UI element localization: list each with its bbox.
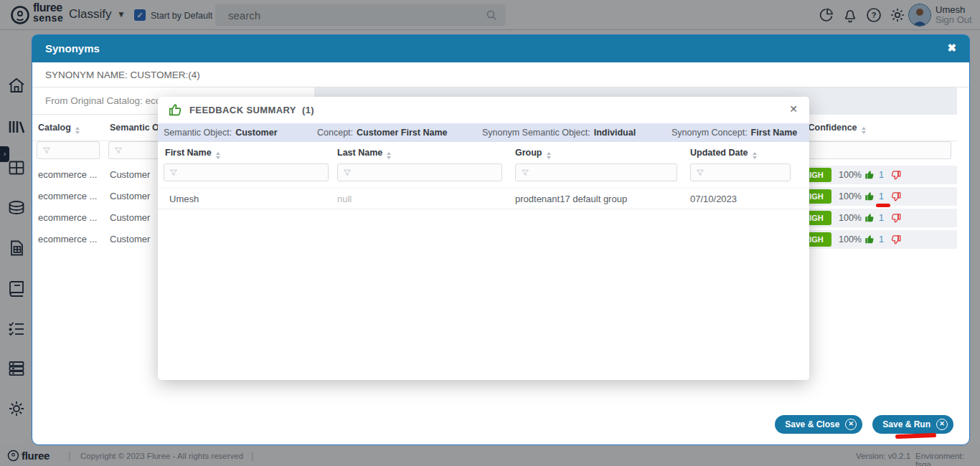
last-name-filter-field[interactable] — [352, 168, 447, 178]
meta-synonym-semantic-object: Synonym Semantic Object:Individual — [482, 128, 636, 138]
semantic-object-cell: Customer — [110, 234, 150, 244]
thumbs-up-icon[interactable] — [864, 169, 875, 180]
catalog-cell: ecommerce ... — [38, 169, 97, 180]
group-filter-input[interactable] — [515, 163, 677, 181]
catalog-cell: ecommerce ... — [38, 191, 97, 201]
sort-icon[interactable] — [75, 127, 80, 134]
feedback-filter-row — [158, 163, 809, 186]
thumbs-down-icon[interactable] — [890, 234, 901, 245]
feedback-summary-modal: FEEDBACK SUMMARY(1) ✕ Semantic Object:Cu… — [158, 97, 809, 380]
feedback-close-icon[interactable]: ✕ — [789, 103, 798, 115]
first-name-filter-field[interactable] — [178, 168, 273, 178]
close-x-icon[interactable]: ✕ — [936, 419, 948, 430]
thumbs-up-count[interactable]: 1 — [879, 213, 884, 223]
semantic-object-cell: Customer — [110, 169, 150, 180]
modal-footer-buttons: Save & Close ✕ Save & Run ✕ — [775, 415, 953, 434]
updated-date-column-header: Updated Date — [690, 148, 757, 159]
group-filter-field[interactable] — [529, 168, 623, 178]
catalog-filter-field[interactable] — [51, 146, 85, 156]
meta-concept: Concept:Customer First Name — [317, 128, 447, 138]
save-run-button[interactable]: Save & Run ✕ — [872, 415, 953, 434]
feedback-count: (1) — [302, 105, 314, 115]
thumbs-down-icon[interactable] — [890, 170, 901, 181]
synonyms-modal-header: Synonyms ✖ — [32, 35, 969, 62]
confidence-percent: 100% — [839, 170, 862, 180]
feedback-modal-header: FEEDBACK SUMMARY(1) ✕ — [158, 97, 809, 123]
meta-synonym-concept: Synonym Concept:First Name — [672, 128, 797, 138]
last-name-filter-input[interactable] — [337, 163, 502, 181]
thumbs-down-icon[interactable] — [890, 191, 901, 202]
synonym-name-row: SYNONYM NAME: CUSTOMER:(4) — [32, 62, 969, 87]
catalog-column-header: Catalog — [38, 123, 80, 134]
save-close-button[interactable]: Save & Close ✕ — [775, 415, 862, 434]
feedback-meta-bar: Semantic Object:Customer Concept:Custome… — [158, 123, 809, 142]
sort-icon[interactable] — [862, 127, 866, 134]
catalog-cell: ecommerce ... — [38, 212, 97, 223]
first-name-cell: Umesh — [169, 194, 199, 204]
confidence-percent: 100% — [839, 213, 862, 223]
thumbs-up-count[interactable]: 1 — [879, 191, 884, 201]
updated-date-filter-input[interactable] — [690, 163, 791, 181]
confidence-percent: 100% — [839, 191, 862, 201]
close-x-icon[interactable]: ✕ — [845, 419, 857, 430]
last-name-cell: null — [337, 194, 352, 204]
feedback-modal-title: FEEDBACK SUMMARY(1) — [189, 105, 314, 115]
save-run-label: Save & Run — [882, 419, 930, 429]
first-name-column-header: First Name — [165, 148, 220, 159]
feedback-table-header: First Name Last Name Group Updated Date — [158, 142, 809, 163]
semantic-object-filter-field[interactable] — [123, 146, 156, 156]
synonyms-close-icon[interactable]: ✖ — [947, 42, 956, 54]
catalog-filter-input[interactable] — [37, 141, 100, 159]
sort-icon[interactable] — [216, 152, 220, 159]
sort-icon[interactable] — [753, 152, 757, 159]
semantic-object-cell: Customer — [110, 191, 150, 201]
thumbs-up-count[interactable]: 1 — [879, 170, 884, 180]
sort-icon[interactable] — [387, 152, 391, 159]
thumbs-up-icon — [168, 102, 184, 118]
feedback-table-row: Umesh null prodtenant17 default group 07… — [158, 188, 809, 209]
meta-semantic-object: Semantic Object:Customer — [164, 128, 278, 138]
thumbs-down-icon[interactable] — [890, 213, 901, 224]
synonyms-modal-title: Synonyms — [45, 42, 100, 54]
thumbs-up-icon[interactable] — [864, 191, 875, 201]
thumbs-up-icon[interactable] — [864, 212, 875, 223]
first-name-filter-input[interactable] — [164, 163, 329, 181]
sort-icon[interactable] — [547, 152, 551, 159]
updated-date-filter-field[interactable] — [705, 168, 761, 178]
group-column-header: Group — [515, 148, 551, 159]
updated-date-cell: 07/10/2023 — [690, 194, 737, 204]
confidence-percent: 100% — [839, 234, 862, 244]
red-underline-annotation — [876, 204, 890, 207]
group-cell: prodtenant17 default group — [515, 194, 627, 204]
save-close-label: Save & Close — [785, 419, 839, 429]
semantic-object-cell: Customer — [110, 212, 150, 223]
thumbs-up-count[interactable]: 1 — [879, 234, 884, 244]
last-name-column-header: Last Name — [337, 148, 391, 159]
thumbs-up-icon[interactable] — [864, 234, 875, 244]
synonym-name-text: SYNONYM NAME: CUSTOMER:(4) — [45, 70, 200, 80]
catalog-cell: ecommerce ... — [38, 234, 97, 244]
